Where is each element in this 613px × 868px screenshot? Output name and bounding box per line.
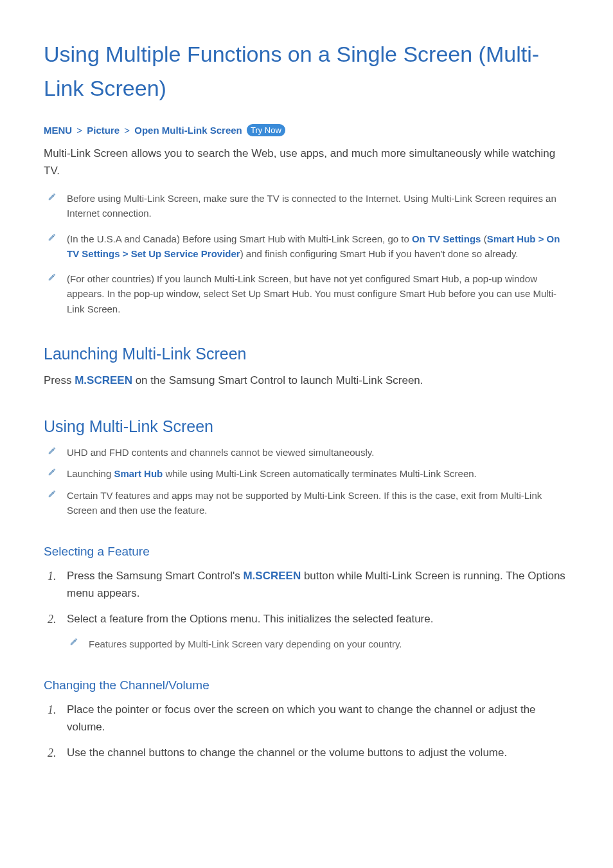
heading-changing: Changing the Channel/Volume (44, 678, 569, 692)
step-item: Select a feature from the Options menu. … (44, 611, 569, 652)
step-prefix: Press the Samsung Smart Control's (67, 570, 243, 582)
pencil-icon (48, 192, 57, 201)
breadcrumb-menu: MENU (44, 125, 72, 136)
step-item: Place the pointer or focus over the scre… (44, 701, 569, 736)
breadcrumb-open: Open Multi-Link Screen (134, 125, 242, 136)
launching-text: Press M.SCREEN on the Samsung Smart Cont… (44, 372, 569, 389)
page-title: Using Multiple Functions on a Single Scr… (44, 37, 569, 105)
note-prefix: Launching (67, 468, 114, 479)
step-text: Place the pointer or focus over the scre… (67, 703, 536, 732)
breadcrumb-picture: Picture (87, 125, 120, 136)
using-notes-list: UHD and FHD contents and channels cannot… (44, 445, 569, 518)
link-setup-provider: Set Up Service Provider (131, 248, 240, 259)
text-suffix: on the Samsung Smart Control to launch M… (132, 374, 423, 386)
note-text: (For other countries) If you launch Mult… (67, 273, 556, 314)
link-on-tv-settings: On TV Settings (412, 233, 481, 244)
note-item: Certain TV features and apps may not be … (44, 488, 569, 518)
heading-launching: Launching Multi-Link Screen (44, 345, 569, 363)
heading-selecting: Selecting a Feature (44, 545, 569, 559)
pencil-icon (48, 233, 57, 242)
heading-using: Using Multi-Link Screen (44, 417, 569, 436)
breadcrumb-sep: > (124, 125, 130, 136)
sub-note: Features supported by Multi-Link Screen … (67, 637, 569, 651)
selecting-steps: Press the Samsung Smart Control's M.SCRE… (44, 568, 569, 651)
link-smart-hub: Smart Hub (487, 233, 536, 244)
sep: > (535, 233, 546, 244)
pencil-icon (48, 446, 57, 455)
note-item: UHD and FHD contents and channels cannot… (44, 445, 569, 460)
note-suffix: while using Multi-Link Screen automatica… (163, 468, 477, 479)
step-item: Press the Samsung Smart Control's M.SCRE… (44, 568, 569, 602)
intro-text: Multi-Link Screen allows you to search t… (44, 145, 569, 179)
breadcrumb-sep: > (76, 125, 82, 136)
mscreen-button-label: M.SCREEN (243, 570, 301, 582)
text-prefix: Press (44, 374, 75, 386)
breadcrumb: MENU > Picture > Open Multi-Link Screen … (44, 124, 569, 136)
step-text: Select a feature from the Options menu. … (67, 613, 433, 625)
pencil-icon (69, 637, 78, 646)
pencil-icon (48, 273, 57, 282)
step-text: Use the channel buttons to change the ch… (67, 746, 507, 759)
note-text: Certain TV features and apps may not be … (67, 490, 542, 516)
step-item: Use the channel buttons to change the ch… (44, 745, 569, 761)
note-suffix: and finish configuring Smart Hub if you … (244, 248, 519, 259)
sep: > (120, 248, 131, 259)
sub-note-text: Features supported by Multi-Link Screen … (89, 638, 402, 649)
note-text: Before using Multi-Link Screen, make sur… (67, 193, 556, 219)
pencil-icon (48, 489, 57, 498)
changing-steps: Place the pointer or focus over the scre… (44, 701, 569, 761)
top-notes-list: Before using Multi-Link Screen, make sur… (44, 191, 569, 316)
link-smart-hub: Smart Hub (114, 468, 163, 479)
note-prefix: (In the U.S.A and Canada) Before using S… (67, 233, 412, 244)
pencil-icon (48, 467, 57, 476)
try-now-badge[interactable]: Try Now (247, 124, 285, 136)
note-item: (For other countries) If you launch Mult… (44, 271, 569, 316)
note-item: (In the U.S.A and Canada) Before using S… (44, 231, 569, 262)
note-text: UHD and FHD contents and channels cannot… (67, 447, 374, 458)
mscreen-button-label: M.SCREEN (75, 374, 132, 386)
note-item: Before using Multi-Link Screen, make sur… (44, 191, 569, 221)
paren: ( (481, 233, 486, 244)
note-item: Launching Smart Hub while using Multi-Li… (44, 466, 569, 481)
